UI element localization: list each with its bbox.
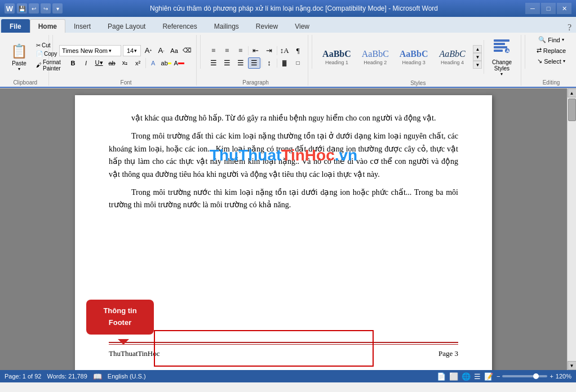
styles-scroll-up[interactable]: ▲ (473, 45, 482, 53)
font-row1: Times New Rom ▾ 14 ▾ A+ A- Aa ⌫ (59, 45, 193, 56)
separator-4 (525, 35, 525, 69)
editing-group: 🔍 Find ▾ ⇄ Replace ↘ Select ▾ Editing (529, 35, 574, 86)
footer-right-text: Page 3 (438, 348, 458, 360)
styles-expand[interactable]: ▼ (473, 61, 482, 69)
save-icon[interactable]: 💾 (17, 3, 27, 14)
borders-button[interactable]: □ (292, 57, 304, 69)
view-fullscreen-icon[interactable]: ⬜ (449, 372, 458, 381)
view-outline-icon[interactable]: ☰ (474, 372, 481, 381)
spell-check-icon[interactable]: 📖 (93, 372, 102, 381)
change-styles-icon: A (493, 37, 511, 59)
status-bar: Page: 1 of 92 Words: 21,789 📖 English (U… (0, 370, 576, 382)
align-center-button[interactable]: ☰ (221, 57, 233, 69)
find-button[interactable]: 🔍 Find ▾ (536, 35, 566, 44)
word-count[interactable]: Words: 21,789 (47, 373, 87, 380)
footer-content: ThuThuatTinHoc Page 3 (109, 348, 458, 360)
font-color-icon: A (174, 60, 178, 66)
styles-scroll: ▲ ▼ ▼ (473, 45, 482, 69)
copy-icon: 📄 (36, 51, 43, 57)
bold-button[interactable]: B (68, 57, 79, 69)
zoom-control[interactable]: − + 120% (497, 373, 571, 380)
scroll-down-button[interactable]: ▼ (568, 361, 577, 370)
redo-icon[interactable]: ↪ (41, 3, 51, 14)
tab-file[interactable]: File (1, 19, 30, 33)
numbering-button[interactable]: ≡ (221, 45, 233, 56)
multilevel-list-button[interactable]: ≡ (234, 45, 247, 56)
justify-button[interactable]: ☰ (248, 57, 260, 69)
ribbon-content: 📋 Paste ▾ ✂Cut 📄Copy 🖌Format Painter Cli… (0, 33, 576, 88)
tab-insert[interactable]: Insert (65, 19, 99, 33)
paste-button[interactable]: 📋 Paste ▾ (6, 40, 33, 74)
view-print-layout-icon[interactable]: 📄 (437, 372, 446, 381)
replace-button[interactable]: ⇄ Replace (534, 46, 568, 55)
zoom-in-icon[interactable]: + (550, 373, 553, 380)
zoom-slider[interactable] (502, 375, 547, 377)
minimize-button[interactable]: ─ (525, 3, 540, 14)
superscript-button[interactable]: x² (132, 57, 144, 69)
quick-access-toolbar: 💾 ↩ ↪ ▾ (17, 3, 63, 14)
svg-text:A: A (506, 48, 509, 54)
titlebar: W 💾 ↩ ↪ ▾ Nghiên cứu thăm dò phương pháp… (0, 0, 576, 17)
style-heading3[interactable]: AaBbC Heading 3 (396, 47, 432, 66)
tab-references[interactable]: References (154, 19, 205, 33)
decrease-font-button[interactable]: A- (156, 45, 167, 56)
style-heading4[interactable]: AaBbC Heading 4 (434, 47, 470, 66)
scissors-icon: ✂ (36, 42, 41, 48)
text-highlight-button[interactable]: ab (161, 57, 172, 69)
text-effects-button[interactable]: A (148, 57, 159, 69)
view-web-icon[interactable]: 🌐 (462, 372, 471, 381)
styles-group: AaBbC Heading 1 AaBbC Heading 2 AaBbC He… (315, 35, 521, 86)
zoom-level[interactable]: 120% (556, 373, 571, 380)
increase-font-button[interactable]: A+ (143, 45, 154, 56)
italic-button[interactable]: I (81, 57, 92, 69)
page-container: vật khác qua đường hô hấp. Từ đó gây ra … (0, 88, 567, 370)
sort-button[interactable]: ↕A (278, 45, 291, 56)
align-right-button[interactable]: ☰ (234, 57, 247, 69)
undo-icon[interactable]: ↩ (29, 3, 39, 14)
help-icon[interactable]: ? (568, 23, 571, 33)
word-logo-icon: W (5, 3, 15, 14)
font-label: Font (59, 78, 193, 86)
paragraph-3: Trong môi trường nước thì kim loại nặng … (109, 186, 458, 212)
strikethrough-button[interactable]: ab (107, 57, 118, 69)
close-button[interactable]: ✕ (557, 3, 571, 14)
font-color-button[interactable]: A (174, 57, 185, 69)
decrease-indent-button[interactable]: ⇤ (250, 45, 262, 56)
language-info[interactable]: English (U.S.) (108, 373, 146, 380)
view-draft-icon[interactable]: 📝 (484, 372, 493, 381)
style-heading2[interactable]: AaBbC Heading 2 (357, 47, 393, 66)
scroll-thumb[interactable] (568, 99, 576, 121)
tab-home[interactable]: Home (30, 19, 65, 33)
editing-label: Editing (532, 78, 570, 86)
tab-view[interactable]: View (286, 19, 318, 33)
footer-line-bottom (109, 344, 458, 345)
tab-mailings[interactable]: Mailings (206, 19, 247, 33)
increase-indent-button[interactable]: ⇥ (263, 45, 276, 56)
subscript-button[interactable]: x₂ (119, 57, 131, 69)
shading-button[interactable]: ▓ (278, 57, 291, 69)
line-spacing-button[interactable]: ↕ (263, 57, 276, 69)
underline-button[interactable]: U▾ (94, 57, 105, 69)
select-button[interactable]: ↘ Select ▾ (535, 56, 568, 66)
font-name-selector[interactable]: Times New Rom ▾ (59, 45, 121, 56)
align-left-button[interactable]: ☰ (207, 57, 220, 69)
clear-format-button[interactable]: ⌫ (181, 45, 193, 56)
tab-page-layout[interactable]: Page Layout (99, 19, 154, 33)
style-heading1[interactable]: AaBbC Heading 1 (318, 47, 355, 66)
vertical-scrollbar[interactable]: ▲ ▼ (567, 88, 576, 370)
styles-scroll-down[interactable]: ▼ (473, 53, 482, 61)
zoom-out-icon[interactable]: − (497, 373, 500, 380)
font-size-selector[interactable]: 14 ▾ (123, 45, 141, 56)
customize-icon[interactable]: ▾ (52, 3, 63, 14)
tab-review[interactable]: Review (247, 19, 286, 33)
change-styles-button[interactable]: A Change Styles ▾ (486, 35, 517, 79)
page-info[interactable]: Page: 1 of 92 (5, 373, 41, 380)
change-case-button[interactable]: Aa (169, 45, 180, 56)
show-hide-button[interactable]: ¶ (292, 45, 304, 56)
zoom-thumb[interactable] (533, 373, 539, 379)
svg-rect-2 (494, 46, 507, 48)
scroll-up-button[interactable]: ▲ (568, 88, 577, 97)
document-page[interactable]: vật khác qua đường hô hấp. Từ đó gây ra … (75, 95, 492, 370)
maximize-button[interactable]: □ (541, 3, 556, 14)
bullets-button[interactable]: ≡ (207, 45, 220, 56)
